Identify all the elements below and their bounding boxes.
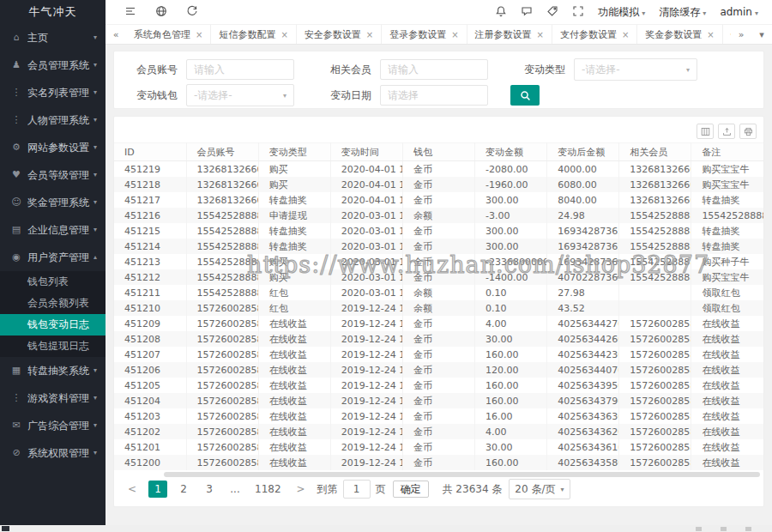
sidebar-item-bonus[interactable]: ☺奖金管理系统▾ — [0, 189, 106, 216]
sidebar-item-company[interactable]: ▤企业信息管理▾ — [0, 216, 106, 244]
cell: 15726002858 — [186, 408, 258, 424]
refresh-icon[interactable] — [186, 5, 198, 17]
menu-clear-cache[interactable]: 清除缓存▾ — [659, 5, 706, 20]
tab-5[interactable]: 支付参数设置× — [552, 25, 637, 44]
goto-confirm-button[interactable]: 确定 — [393, 481, 429, 498]
tab-3[interactable]: 登录参数设置× — [382, 25, 467, 44]
related-member-input[interactable] — [380, 59, 488, 80]
close-icon[interactable]: × — [196, 30, 202, 39]
columns-button[interactable] — [697, 124, 714, 139]
tab-2[interactable]: 安全参数设置× — [297, 25, 382, 44]
page-size-select[interactable]: 20 条/页 ▾ — [509, 479, 570, 499]
table-row: 45121515542528888转盘抽奖2020-03-01 1...金币30… — [114, 223, 763, 239]
cell: 2020-03-01 1... — [330, 254, 402, 269]
message-icon[interactable] — [521, 5, 533, 17]
table-row: 45121215542528888购买2020-03-01 1...金币-140… — [114, 269, 763, 285]
sidebar-item-users[interactable]: ♟会员管理系统▾ — [0, 51, 106, 79]
tabs-scroll-left[interactable]: « — [106, 25, 126, 44]
tabs-dropdown[interactable]: ▾ — [751, 25, 772, 44]
cell: 451202 — [114, 424, 186, 439]
sidebar-item-list[interactable]: ⋮实名列表管理▾ — [0, 79, 106, 106]
page-number-3[interactable]: 3 — [200, 481, 219, 498]
page-prev-button[interactable]: < — [123, 481, 142, 498]
sidebar-item-gear[interactable]: ⚙网站参数设置▾ — [0, 134, 106, 161]
cell: 160.00 — [475, 393, 547, 408]
search-button[interactable] — [510, 85, 540, 106]
tag-icon[interactable] — [546, 5, 558, 17]
cell: 15726002858 — [619, 393, 691, 408]
sidebar-subitem[interactable]: 钱包列表 — [0, 271, 106, 293]
page-next-button[interactable]: > — [292, 481, 311, 498]
sidebar-item-grade[interactable]: ♥会员等级管理▾ — [0, 161, 106, 189]
cell: 2020-03-01 1... — [330, 239, 402, 254]
page-number-1182[interactable]: 1182 — [251, 481, 285, 498]
sidebar-item-assets[interactable]: ◉用户资产管理▴ — [0, 244, 106, 271]
close-icon[interactable]: × — [537, 30, 544, 39]
print-button[interactable] — [739, 124, 757, 139]
goto-page-input[interactable] — [343, 480, 371, 499]
scrollbar-thumb[interactable] — [164, 472, 760, 477]
print-icon — [744, 127, 753, 136]
cell: 451209 — [114, 316, 186, 331]
horizontal-scrollbar[interactable] — [123, 472, 760, 478]
tab-0[interactable]: 系统角色管理× — [126, 25, 211, 44]
tab-7[interactable]: 钱包列表× — [723, 25, 731, 44]
close-icon[interactable]: × — [280, 30, 287, 39]
menu-function-sim[interactable]: 功能模拟▾ — [598, 5, 645, 20]
member-account-input[interactable] — [186, 59, 294, 80]
sidebar-subitem[interactable]: 会员余额列表 — [0, 293, 106, 314]
sidebar-subitem[interactable]: 钱包提现日志 — [0, 336, 106, 357]
total-count: 共 23634 条 — [443, 482, 503, 497]
cell: 购买 — [258, 269, 330, 285]
change-wallet-select[interactable]: -请选择- ▾ — [186, 84, 294, 106]
tab-6[interactable]: 奖金参数设置× — [637, 25, 722, 44]
sidebar-item-home[interactable]: ⌂主页▾ — [0, 24, 106, 51]
cell: 15726002858 — [186, 316, 258, 331]
sidebar-item-ad[interactable]: ✉广告综合管理▾ — [0, 412, 106, 439]
column-header: 变动金额 — [475, 143, 547, 161]
tab-4[interactable]: 注册参数设置× — [467, 25, 552, 44]
fullscreen-icon[interactable] — [572, 5, 584, 17]
sidebar: 牛气冲天 ⌂主页▾♟会员管理系统▾⋮实名列表管理▾⋮人物管理系统▾⚙网站参数设置… — [0, 0, 106, 525]
cell: 金币 — [402, 223, 474, 239]
sidebar-item-person[interactable]: ⋮人物管理系统▾ — [0, 106, 106, 134]
tab-label: 安全参数设置 — [305, 28, 361, 41]
sidebar-item-wheel[interactable]: ▦转盘抽奖系统▾ — [0, 357, 106, 384]
cell: 2019-12-24 1... — [330, 439, 402, 455]
cell: 15726002858 — [619, 439, 691, 455]
globe-icon[interactable] — [155, 5, 167, 17]
table-row: 45121015726002858红包2019-12-24 1...余额0.10… — [114, 300, 763, 316]
column-header: 会员账号 — [186, 143, 258, 161]
export-button[interactable] — [718, 124, 735, 139]
field-related-member: 相关会员 — [317, 59, 488, 80]
cell: 2019-12-24 1... — [330, 331, 402, 347]
sidebar-item-label: 用户资产管理 — [27, 244, 93, 271]
page-number-1[interactable]: 1 — [148, 481, 167, 498]
cell: 金币 — [402, 331, 474, 347]
page-number-2[interactable]: 2 — [174, 481, 193, 498]
close-icon[interactable]: × — [366, 30, 373, 39]
column-header: 变动时间 — [330, 143, 402, 161]
close-icon[interactable]: × — [707, 30, 714, 39]
cell: 40256344266... — [547, 331, 619, 347]
tab-label: 系统角色管理 — [134, 28, 190, 41]
cell: 160.00 — [475, 347, 547, 362]
cell: 451204 — [114, 393, 186, 408]
cell: 15542528888 — [619, 223, 691, 239]
change-type-select[interactable]: -请选择- ▾ — [574, 58, 697, 81]
close-icon[interactable]: × — [622, 30, 629, 39]
field-change-wallet: 变动钱包 -请选择- ▾ — [123, 84, 294, 106]
cell: 16934287365... — [547, 239, 619, 254]
change-date-input[interactable] — [380, 85, 488, 106]
menu-icon[interactable] — [124, 5, 136, 17]
cell: 余额 — [402, 285, 474, 300]
sidebar-subitem[interactable]: 钱包变动日志 — [0, 314, 106, 336]
close-icon[interactable]: × — [451, 30, 458, 39]
bell-icon[interactable] — [495, 5, 507, 17]
menu-admin-user[interactable]: admin▾ — [720, 6, 758, 18]
sidebar-item-auth[interactable]: ⊘系统权限管理▾ — [0, 439, 106, 467]
tabs-scroll-right[interactable]: » — [731, 25, 751, 44]
sidebar-item-game[interactable]: ⋮游戏资料管理▾ — [0, 384, 106, 412]
cell: 2020-03-01 1... — [330, 269, 402, 285]
tab-1[interactable]: 短信参数配置× — [211, 25, 296, 44]
